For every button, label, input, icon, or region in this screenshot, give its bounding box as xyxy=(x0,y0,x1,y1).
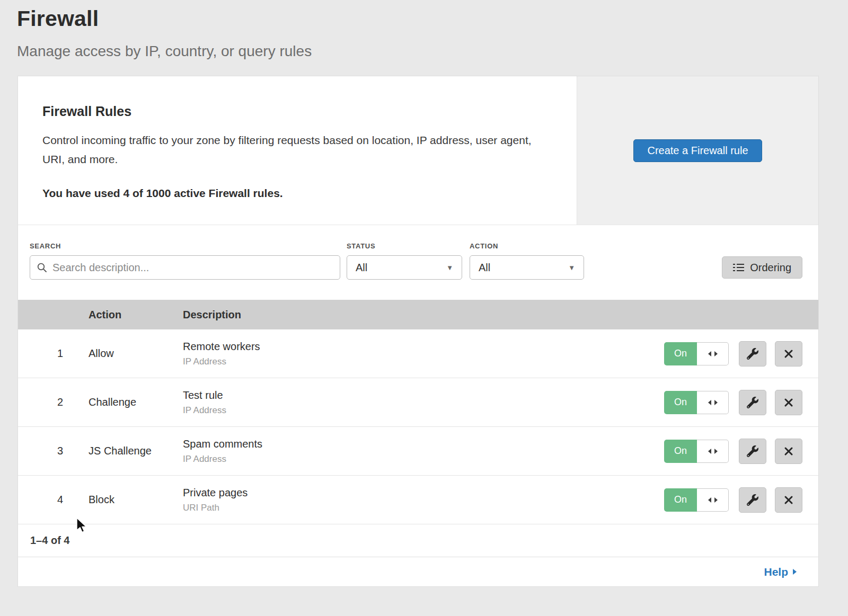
close-icon xyxy=(784,349,793,359)
close-icon xyxy=(784,398,793,407)
rule-status-toggle[interactable]: On xyxy=(664,342,729,365)
toggle-drag-handle[interactable] xyxy=(697,342,729,365)
delete-rule-button[interactable] xyxy=(775,341,802,367)
search-icon xyxy=(37,262,47,273)
edit-rule-button[interactable] xyxy=(739,341,766,367)
search-field-wrap xyxy=(30,255,340,280)
rule-description: Remote workers xyxy=(183,341,664,353)
toggle-on-label[interactable]: On xyxy=(664,488,697,512)
edit-rule-button[interactable] xyxy=(739,390,766,415)
table-row: 1 Allow Remote workers IP Address On xyxy=(18,329,818,378)
wrench-icon xyxy=(747,348,758,360)
help-link[interactable]: Help xyxy=(764,566,797,578)
toggle-drag-handle[interactable] xyxy=(697,440,729,463)
wrench-icon xyxy=(747,445,758,457)
rule-number: 2 xyxy=(18,396,89,408)
action-filter-group: ACTION All ▼ xyxy=(470,242,584,280)
card-info: Firewall Rules Control incoming traffic … xyxy=(18,76,577,225)
rule-description: Private pages xyxy=(183,487,664,499)
toggle-on-label[interactable]: On xyxy=(664,342,697,365)
status-filter-group: STATUS All ▼ xyxy=(347,242,462,280)
page-header: Firewall Manage access by IP, country, o… xyxy=(0,0,848,60)
help-arrow-icon xyxy=(792,568,797,575)
wrench-icon xyxy=(747,397,758,408)
search-input[interactable] xyxy=(30,255,340,280)
help-label: Help xyxy=(764,566,788,578)
rule-status-toggle[interactable]: On xyxy=(664,440,729,463)
toggle-drag-handle[interactable] xyxy=(697,488,729,512)
delete-rule-button[interactable] xyxy=(775,439,802,464)
page-subtitle: Manage access by IP, country, or query r… xyxy=(17,43,848,60)
card-description: Control incoming traffic to your zone by… xyxy=(42,131,545,169)
rule-action: Block xyxy=(89,494,183,506)
table-header: Action Description xyxy=(18,300,818,329)
rule-description: Test rule xyxy=(183,389,664,401)
card-top-section: Firewall Rules Control incoming traffic … xyxy=(18,76,818,225)
close-icon xyxy=(784,495,793,505)
rule-status-toggle[interactable]: On xyxy=(664,391,729,414)
toggle-on-label[interactable]: On xyxy=(664,440,697,463)
rule-controls: On xyxy=(664,341,818,367)
rule-description-cell: Spam comments IP Address xyxy=(183,438,664,465)
help-row: Help xyxy=(18,557,818,586)
column-header-description: Description xyxy=(183,309,818,321)
chevron-down-icon: ▼ xyxy=(446,264,453,272)
card-heading: Firewall Rules xyxy=(42,104,545,119)
rule-action: JS Challenge xyxy=(89,445,183,457)
table-row: 4 Block Private pages URI Path On xyxy=(18,476,818,524)
rule-number: 1 xyxy=(18,347,89,360)
search-filter-group: SEARCH xyxy=(30,242,340,280)
rule-description: Spam comments xyxy=(183,438,664,450)
action-select[interactable]: All ▼ xyxy=(470,255,584,280)
toggle-drag-handle[interactable] xyxy=(697,391,729,414)
rule-action: Challenge xyxy=(89,396,183,408)
firewall-rules-card: Firewall Rules Control incoming traffic … xyxy=(17,76,819,587)
delete-rule-button[interactable] xyxy=(775,487,802,513)
delete-rule-button[interactable] xyxy=(775,390,802,415)
usage-summary: You have used 4 of 1000 active Firewall … xyxy=(42,187,545,200)
search-label: SEARCH xyxy=(30,242,340,250)
status-select-value: All xyxy=(356,262,367,274)
rule-description-cell: Remote workers IP Address xyxy=(183,341,664,367)
rule-number: 4 xyxy=(18,494,89,506)
edit-rule-button[interactable] xyxy=(739,439,766,464)
status-label: STATUS xyxy=(347,242,462,250)
table-row: 2 Challenge Test rule IP Address On xyxy=(18,378,818,427)
status-select[interactable]: All ▼ xyxy=(347,255,462,280)
create-firewall-rule-button[interactable]: Create a Firewall rule xyxy=(633,139,762,162)
rule-status-toggle[interactable]: On xyxy=(664,488,729,512)
column-header-action: Action xyxy=(89,309,183,321)
page-title: Firewall xyxy=(17,6,848,31)
toggle-on-label[interactable]: On xyxy=(664,391,697,414)
rule-number: 3 xyxy=(18,445,89,457)
ordering-button[interactable]: Ordering xyxy=(722,256,802,279)
rule-action: Allow xyxy=(89,347,183,360)
ordering-icon xyxy=(733,263,744,272)
table-row: 3 JS Challenge Spam comments IP Address … xyxy=(18,427,818,476)
rule-controls: On xyxy=(664,487,818,513)
rule-controls: On xyxy=(664,439,818,464)
wrench-icon xyxy=(747,494,758,506)
rule-match-type: IP Address xyxy=(183,356,664,367)
action-label: ACTION xyxy=(470,242,584,250)
close-icon xyxy=(784,447,793,456)
filter-bar: SEARCH STATUS All ▼ ACTION All ▼ xyxy=(18,225,818,300)
rule-match-type: IP Address xyxy=(183,454,664,465)
ordering-label: Ordering xyxy=(750,262,791,274)
rule-description-cell: Test rule IP Address xyxy=(183,389,664,416)
action-select-value: All xyxy=(479,262,490,274)
edit-rule-button[interactable] xyxy=(739,487,766,513)
card-side-panel: Create a Firewall rule xyxy=(577,76,818,225)
rule-controls: On xyxy=(664,390,818,415)
pagination: 1–4 of 4 xyxy=(18,524,818,557)
rule-match-type: URI Path xyxy=(183,503,664,513)
chevron-down-icon: ▼ xyxy=(568,264,575,272)
rule-match-type: IP Address xyxy=(183,405,664,416)
rule-description-cell: Private pages URI Path xyxy=(183,487,664,513)
